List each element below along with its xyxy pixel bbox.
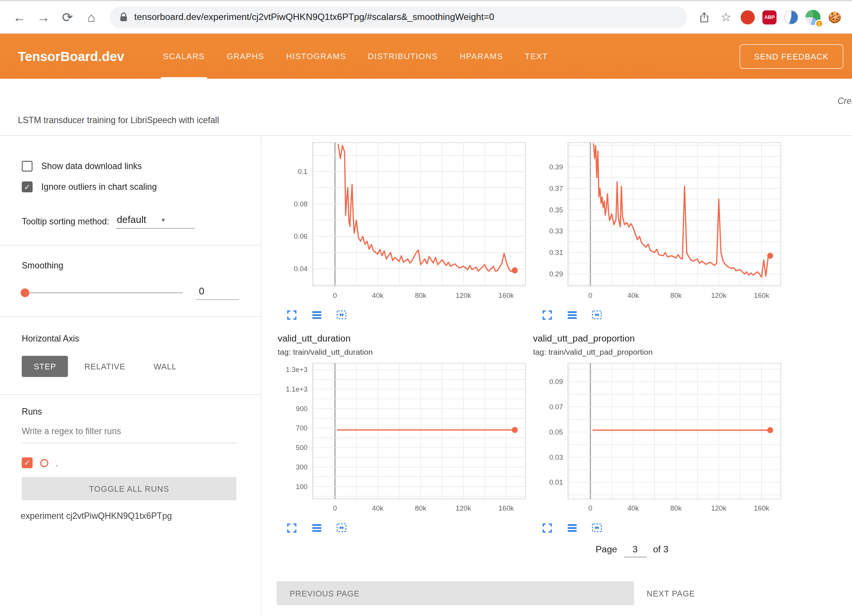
axis-step-button[interactable]: STEP bbox=[22, 356, 68, 377]
url-path: /experiment/cj2vtPiwQHKN9Q1tx6PTpg/#scal… bbox=[201, 12, 495, 22]
chart-title: valid_utt_pad_proportion bbox=[533, 332, 784, 346]
svg-text:0.08: 0.08 bbox=[294, 200, 308, 208]
ignore-outliers-checkbox[interactable]: ✓ bbox=[22, 181, 33, 192]
check-icon: ✓ bbox=[24, 459, 31, 467]
svg-text:120k: 120k bbox=[456, 291, 471, 299]
url-domain: tensorboard.dev bbox=[134, 12, 201, 22]
svg-text:120k: 120k bbox=[711, 291, 727, 299]
svg-text:80k: 80k bbox=[670, 291, 682, 299]
fullscreen-icon[interactable] bbox=[285, 521, 298, 534]
svg-text:0.29: 0.29 bbox=[549, 270, 563, 278]
svg-text:160k: 160k bbox=[754, 291, 770, 299]
chart-tag: tag: train/valid_tot_loss bbox=[533, 136, 784, 138]
next-page-button[interactable]: NEXT PAGE bbox=[647, 581, 695, 605]
show-download-links-row[interactable]: Show data download links bbox=[22, 161, 261, 172]
svg-text:0.01: 0.01 bbox=[549, 478, 563, 486]
svg-text:0: 0 bbox=[588, 504, 592, 512]
nav-tabs: SCALARS GRAPHS HISTOGRAMS DISTRIBUTIONS … bbox=[152, 34, 559, 79]
chart-canvas[interactable]: 1003005007009001.1e+31.3e+3040k80k120k16… bbox=[278, 363, 529, 517]
svg-text:700: 700 bbox=[296, 424, 307, 432]
fit-domain-icon[interactable] bbox=[591, 308, 603, 321]
ignore-outliers-row[interactable]: ✓ Ignore outliers in chart scaling bbox=[22, 181, 261, 192]
horizontal-axis-toggle: STEP RELATIVE WALL bbox=[22, 356, 261, 377]
experiment-id-label: experiment cj2vtPiwQHKN9Q1tx6PTpg bbox=[21, 511, 261, 521]
divider bbox=[0, 316, 261, 317]
page-label: Page bbox=[595, 544, 617, 555]
adblock-extension-icon[interactable] bbox=[740, 9, 756, 25]
profile-avatar[interactable]: 1 bbox=[805, 9, 821, 25]
address-bar[interactable]: tensorboard.dev/experiment/cj2vtPiwQHKN9… bbox=[110, 6, 687, 28]
chart-toolbar bbox=[285, 521, 528, 534]
clipped-created-text: Crea bbox=[838, 96, 852, 106]
send-feedback-button[interactable]: SEND FEEDBACK bbox=[739, 44, 843, 69]
tab-histograms[interactable]: HISTOGRAMS bbox=[275, 34, 357, 79]
svg-text:40k: 40k bbox=[628, 504, 639, 512]
runs-filter-input[interactable] bbox=[22, 427, 238, 444]
url-text[interactable]: tensorboard.dev/experiment/cj2vtPiwQHKN9… bbox=[134, 12, 494, 23]
svg-text:1.3e+3: 1.3e+3 bbox=[286, 366, 308, 374]
tab-text[interactable]: TEXT bbox=[514, 34, 559, 79]
fullscreen-icon[interactable] bbox=[285, 308, 298, 321]
abp-extension-icon[interactable]: ABP bbox=[761, 9, 777, 25]
ignore-outliers-label: Ignore outliers in chart scaling bbox=[41, 182, 157, 192]
svg-text:80k: 80k bbox=[415, 504, 427, 512]
horizontal-bars-icon[interactable] bbox=[566, 521, 578, 534]
svg-text:120k: 120k bbox=[456, 504, 471, 512]
chart-toolbar bbox=[541, 308, 784, 321]
previous-page-button[interactable]: PREVIOUS PAGE bbox=[276, 581, 634, 605]
show-download-links-checkbox[interactable] bbox=[22, 161, 33, 172]
lock-icon bbox=[119, 12, 128, 22]
horizontal-bars-icon[interactable] bbox=[310, 521, 323, 534]
share-icon[interactable] bbox=[696, 9, 712, 25]
blue-extension-icon[interactable] bbox=[783, 9, 799, 25]
tab-graphs[interactable]: GRAPHS bbox=[216, 34, 275, 79]
forward-icon[interactable]: → bbox=[33, 6, 55, 28]
fit-domain-icon[interactable] bbox=[591, 521, 603, 534]
svg-text:500: 500 bbox=[296, 444, 307, 451]
chart-tag: tag: train/valid_utt_pad_proportion bbox=[533, 346, 784, 359]
charts-panel: valid_simple_loss tag: train/valid_simpl… bbox=[261, 136, 852, 616]
chart-toolbar bbox=[541, 521, 784, 534]
pagination: Page of 3 bbox=[595, 544, 668, 558]
svg-text:40k: 40k bbox=[372, 504, 384, 512]
chart-canvas[interactable]: 0.010.030.050.070.09040k80k120k160k bbox=[533, 363, 784, 517]
svg-text:100: 100 bbox=[296, 483, 307, 491]
svg-text:80k: 80k bbox=[415, 291, 427, 299]
chart-tag: tag: train/valid_utt_duration bbox=[278, 346, 529, 359]
smoothing-slider[interactable] bbox=[22, 292, 183, 293]
tab-distributions[interactable]: DISTRIBUTIONS bbox=[357, 34, 449, 79]
horizontal-bars-icon[interactable] bbox=[566, 308, 578, 321]
tooltip-sorting-select[interactable]: default ▼ bbox=[116, 214, 194, 229]
app-header: TensorBoard.dev SCALARS GRAPHS HISTOGRAM… bbox=[0, 34, 852, 79]
fit-domain-icon[interactable] bbox=[335, 308, 348, 321]
home-icon[interactable]: ⌂ bbox=[81, 6, 102, 28]
horizontal-bars-icon[interactable] bbox=[310, 308, 323, 321]
chart-canvas[interactable]: 0.040.060.080.1040k80k120k160k bbox=[278, 142, 529, 304]
run-checkbox[interactable]: ✓ bbox=[22, 457, 33, 468]
fit-domain-icon[interactable] bbox=[335, 521, 348, 534]
bookmark-star-icon[interactable]: ☆ bbox=[718, 9, 734, 25]
svg-text:1.1e+3: 1.1e+3 bbox=[286, 385, 308, 393]
run-row[interactable]: ✓ . bbox=[22, 457, 261, 468]
reload-icon[interactable]: ⟳ bbox=[56, 6, 78, 28]
fullscreen-icon[interactable] bbox=[541, 521, 553, 534]
chart-toolbar bbox=[285, 308, 528, 321]
axis-wall-button[interactable]: WALL bbox=[142, 356, 189, 377]
chart-canvas[interactable]: 0.290.310.330.350.370.39040k80k120k160k bbox=[533, 142, 784, 304]
chart-card-simple-loss: valid_simple_loss tag: train/valid_simpl… bbox=[278, 136, 529, 321]
brand-title: TensorBoard.dev bbox=[18, 49, 152, 64]
svg-text:0.03: 0.03 bbox=[549, 453, 563, 461]
page-number-input[interactable] bbox=[624, 544, 647, 558]
toggle-all-runs-button[interactable]: TOGGLE ALL RUNS bbox=[22, 477, 237, 500]
tooltip-sorting-row: Tooltip sorting method: default ▼ bbox=[22, 214, 261, 229]
smoothing-value-input[interactable] bbox=[195, 286, 239, 300]
tab-hparams[interactable]: HPARAMS bbox=[449, 34, 514, 79]
smoothing-slider-thumb[interactable] bbox=[21, 288, 29, 297]
cookie-extension-icon[interactable]: 🍪 bbox=[826, 9, 843, 25]
tab-scalars[interactable]: SCALARS bbox=[152, 34, 216, 79]
axis-relative-button[interactable]: RELATIVE bbox=[72, 356, 137, 377]
svg-text:0.04: 0.04 bbox=[294, 265, 308, 273]
fullscreen-icon[interactable] bbox=[541, 308, 553, 321]
back-icon[interactable]: ← bbox=[9, 6, 31, 28]
svg-text:0.05: 0.05 bbox=[549, 428, 563, 436]
